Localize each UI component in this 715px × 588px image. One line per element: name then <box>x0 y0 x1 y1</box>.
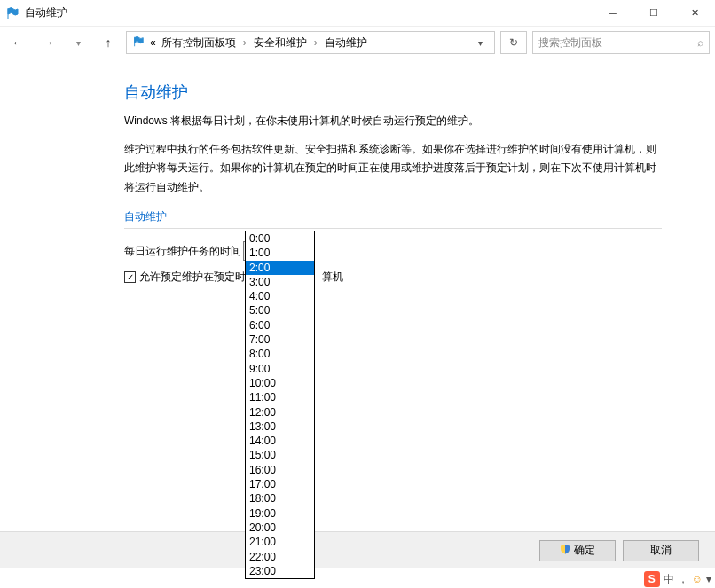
breadcrumb-item[interactable]: 安全和维护 <box>254 35 307 51</box>
divider <box>124 228 662 229</box>
ime-mode[interactable]: 中 <box>664 572 674 587</box>
time-option[interactable]: 11:00 <box>246 390 314 404</box>
navbar: ← → ▾ ↑ « 所有控制面板项 › 安全和维护 › 自动维护 ▾ ↻ 搜索控… <box>0 27 715 59</box>
time-option[interactable]: 22:00 <box>246 550 314 564</box>
time-option[interactable]: 14:00 <box>246 434 314 448</box>
time-option[interactable]: 0:00 <box>246 231 314 246</box>
intro-text: Windows 将根据每日计划，在你未使用计算机的时候自动运行预定的维护。 <box>124 112 662 131</box>
back-button[interactable]: ← <box>5 30 30 55</box>
breadcrumb-item[interactable]: 自动维护 <box>325 35 367 51</box>
time-option[interactable]: 17:00 <box>246 477 314 491</box>
time-label: 每日运行维护任务的时间 <box>124 244 241 259</box>
time-option[interactable]: 20:00 <box>246 521 314 535</box>
chevron-right-icon: › <box>314 36 318 49</box>
chevron-right-icon: › <box>243 36 247 49</box>
section-label: 自动维护 <box>124 209 662 224</box>
search-icon: ⌕ <box>697 36 703 49</box>
close-button[interactable]: ✕ <box>674 0 715 27</box>
maximize-button[interactable]: ☐ <box>633 0 674 27</box>
ime-bar: S 中 ， ☺ ▾ <box>644 570 715 588</box>
recent-dropdown[interactable]: ▾ <box>66 30 90 55</box>
flag-icon <box>132 35 145 51</box>
time-option[interactable]: 8:00 <box>246 347 314 361</box>
time-option[interactable]: 2:00 <box>246 261 314 275</box>
footer: 确定 取消 <box>0 531 715 568</box>
time-option[interactable]: 6:00 <box>246 318 314 333</box>
forward-button: → <box>35 30 60 55</box>
ime-punct[interactable]: ， <box>678 572 688 587</box>
search-input[interactable]: 搜索控制面板 ⌕ <box>532 31 710 54</box>
breadcrumb-prefix: « <box>150 36 156 49</box>
time-row: 每日运行维护任务的时间 2:00 ▼ <box>124 241 662 261</box>
shield-icon <box>560 544 570 557</box>
address-bar[interactable]: « 所有控制面板项 › 安全和维护 › 自动维护 ▾ <box>126 31 495 54</box>
ok-button-label: 确定 <box>574 543 595 558</box>
cancel-button-label: 取消 <box>650 543 672 558</box>
ok-button[interactable]: 确定 <box>539 540 616 561</box>
titlebar: 自动维护 ─ ☐ ✕ <box>0 0 715 27</box>
time-option[interactable]: 4:00 <box>246 289 314 303</box>
minimize-button[interactable]: ─ <box>593 0 633 27</box>
wake-checkbox-label-left: 允许预定维护在预定时 <box>139 270 246 285</box>
time-option[interactable]: 5:00 <box>246 303 314 318</box>
window-title: 自动维护 <box>25 5 593 20</box>
time-option[interactable]: 10:00 <box>246 376 314 390</box>
wake-checkbox-label-right: 算机 <box>322 270 343 285</box>
content-area: 自动维护 Windows 将根据每日计划，在你未使用计算机的时候自动运行预定的维… <box>0 59 715 285</box>
time-option[interactable]: 21:00 <box>246 535 314 549</box>
detail-text: 维护过程中执行的任务包括软件更新、安全扫描和系统诊断等。如果你在选择进行维护的时… <box>124 140 662 198</box>
refresh-button[interactable]: ↻ <box>500 31 527 54</box>
time-option[interactable]: 18:00 <box>246 491 314 506</box>
time-option[interactable]: 13:00 <box>246 419 314 434</box>
page-heading: 自动维护 <box>124 82 662 103</box>
wake-checkbox[interactable]: ✓ <box>124 271 136 283</box>
flag-icon <box>5 6 20 20</box>
up-button[interactable]: ↑ <box>96 30 121 55</box>
time-option[interactable]: 3:00 <box>246 275 314 289</box>
time-option[interactable]: 1:00 <box>246 246 314 260</box>
time-option[interactable]: 9:00 <box>246 362 314 376</box>
time-dropdown-list[interactable]: 0:001:002:003:004:005:006:007:008:009:00… <box>245 231 315 579</box>
ime-more[interactable]: ▾ <box>706 573 711 585</box>
cancel-button[interactable]: 取消 <box>623 540 699 561</box>
time-option[interactable]: 12:00 <box>246 405 314 419</box>
breadcrumb-item[interactable]: 所有控制面板项 <box>161 35 236 51</box>
ime-logo-icon[interactable]: S <box>644 571 660 587</box>
address-history-button[interactable]: ▾ <box>471 38 489 48</box>
time-option[interactable]: 7:00 <box>246 333 314 347</box>
time-option[interactable]: 23:00 <box>246 564 314 578</box>
wake-checkbox-row: ✓ 允许预定维护在预定时 算机 <box>124 270 662 285</box>
window-buttons: ─ ☐ ✕ <box>593 0 715 27</box>
time-option[interactable]: 19:00 <box>246 506 314 521</box>
ime-face-icon[interactable]: ☺ <box>692 573 703 585</box>
search-placeholder: 搜索控制面板 <box>538 35 697 51</box>
time-option[interactable]: 16:00 <box>246 463 314 477</box>
time-option[interactable]: 15:00 <box>246 448 314 462</box>
